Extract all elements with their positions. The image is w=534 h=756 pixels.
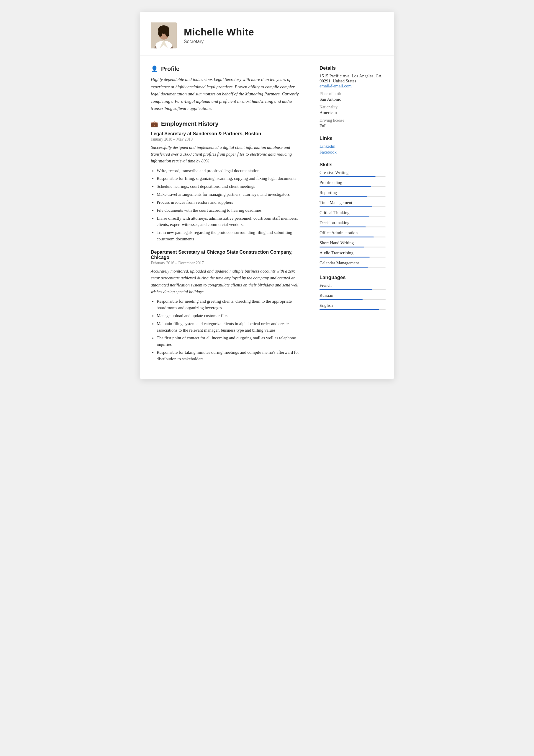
place-of-birth-value: San Antonio	[319, 97, 386, 102]
skill-name: Creative Writing	[319, 170, 386, 175]
skill-bar-fill	[319, 227, 366, 228]
skill-bar-fill	[319, 206, 372, 207]
avatar	[151, 22, 177, 48]
linkedin-link[interactable]: Linkedin	[319, 144, 386, 149]
place-of-birth-label: Place of birth	[319, 92, 386, 96]
skill-bar-bg	[319, 196, 386, 197]
job-title-1: Legal Secretary at Sanderson & Partners,…	[151, 131, 300, 136]
skill-bar-fill	[319, 247, 364, 248]
skill-bar-bg	[319, 176, 386, 177]
skill-item: Reporting	[319, 190, 386, 197]
resume-card: Michelle White Secretary 👤 Profile Highl…	[140, 12, 394, 379]
language-name: French	[319, 283, 386, 288]
skill-name: Office Administration	[319, 230, 386, 235]
details-title: Details	[319, 65, 386, 71]
skill-name: Calendar Management	[319, 260, 386, 265]
list-item: Manage upload and update customer files	[157, 313, 300, 319]
list-item: Make travel arrangements for managing pa…	[157, 191, 300, 198]
skill-item: Critical Thinking	[319, 210, 386, 217]
language-bar-bg	[319, 299, 386, 300]
skill-item: Office Administration	[319, 230, 386, 237]
skill-item: Decision-making	[319, 220, 386, 228]
skill-bar-bg	[319, 227, 386, 228]
language-bar-fill	[319, 289, 372, 290]
links-title: Links	[319, 136, 386, 142]
skill-item: Short Hand Writing	[319, 240, 386, 248]
skill-bar-fill	[319, 196, 367, 197]
skill-bar-bg	[319, 267, 386, 268]
job-bullets-2: Responsible for meeting and greeting cli…	[151, 298, 300, 362]
employment-icon: 💼	[151, 121, 158, 127]
profile-section: 👤 Profile Highly dependable and industri…	[151, 65, 300, 112]
skill-item: Creative Writing	[319, 170, 386, 177]
language-item: French	[319, 283, 386, 290]
skill-item: Proofreading	[319, 180, 386, 187]
job-summary-1: Successfully designed and implemented a …	[151, 144, 300, 165]
list-item: The first point of contact for all incom…	[157, 335, 300, 348]
skill-bar-bg	[319, 216, 386, 217]
list-item: Schedule hearings, court depositions, an…	[157, 183, 300, 190]
job-dates-1: January 2018 – May 2019	[151, 137, 300, 142]
skill-bar-bg	[319, 206, 386, 207]
languages-section: Languages French Russian English	[319, 275, 386, 310]
skill-bar-bg	[319, 236, 386, 237]
languages-title: Languages	[319, 275, 386, 281]
header-info: Michelle White Secretary	[184, 27, 380, 44]
skills-title: Skills	[319, 162, 386, 168]
list-item: Liaise directly with attorneys, administ…	[157, 215, 300, 228]
list-item: Write, record, transcribe and proofread …	[157, 168, 300, 174]
skill-item: Time Management	[319, 200, 386, 207]
svg-point-5	[158, 30, 162, 37]
languages-list: French Russian English	[319, 283, 386, 310]
skill-bar-fill	[319, 176, 375, 177]
skill-name: Critical Thinking	[319, 210, 386, 215]
list-item: Process invoices from vendors and suppli…	[157, 199, 300, 206]
job-block-2: Department Secretary at Chicago State Co…	[151, 250, 300, 362]
list-item: Train new paralegals regarding the proto…	[157, 230, 300, 242]
language-name: Russian	[319, 293, 386, 298]
skill-item: Audio Transcribing	[319, 251, 386, 257]
skill-name: Short Hand Writing	[319, 240, 386, 245]
job-summary-2: Accurately monitored, uploaded and updat…	[151, 268, 300, 295]
job-title-2: Department Secretary at Chicago State Co…	[151, 250, 300, 260]
skills-section: Skills Creative Writing Proofreading Rep…	[319, 162, 386, 268]
skill-bar-fill	[319, 236, 374, 237]
language-bar-fill	[319, 309, 379, 310]
language-name: English	[319, 303, 386, 308]
skill-item: Calendar Management	[319, 260, 386, 268]
skill-bar-bg	[319, 256, 386, 257]
left-column: 👤 Profile Highly dependable and industri…	[140, 56, 311, 379]
svg-point-6	[165, 30, 169, 37]
language-bar-bg	[319, 309, 386, 310]
language-item: Russian	[319, 293, 386, 300]
job-block-1: Legal Secretary at Sanderson & Partners,…	[151, 131, 300, 242]
list-item: Responsible for filing, organizing, scan…	[157, 176, 300, 182]
list-item: File documents with the court according …	[157, 207, 300, 214]
header-section: Michelle White Secretary	[140, 12, 394, 56]
skill-bar-bg	[319, 247, 386, 248]
list-item: Responsible for meeting and greeting cli…	[157, 298, 300, 311]
skill-name: Proofreading	[319, 180, 386, 185]
nationality-value: American	[319, 110, 386, 115]
links-section: Links Linkedin Facebook	[319, 136, 386, 155]
header-title: Secretary	[184, 39, 380, 44]
details-email[interactable]: email@email.com	[319, 84, 386, 89]
employment-section: 💼 Employment History Legal Secretary at …	[151, 121, 300, 362]
job-bullets-1: Write, record, transcribe and proofread …	[151, 168, 300, 242]
skill-bar-fill	[319, 267, 368, 268]
skills-list: Creative Writing Proofreading Reporting …	[319, 170, 386, 268]
skill-name: Reporting	[319, 190, 386, 195]
driving-license-value: Full	[319, 123, 386, 128]
profile-icon: 👤	[151, 65, 158, 72]
nationality-label: Nationality	[319, 105, 386, 110]
facebook-link[interactable]: Facebook	[319, 150, 386, 155]
profile-text: Highly dependable and industrious Legal …	[151, 76, 300, 112]
skill-name: Audio Transcribing	[319, 251, 386, 256]
skill-name: Decision-making	[319, 220, 386, 225]
skill-bar-fill	[319, 216, 369, 217]
right-column: Details 1515 Pacific Ave, Los Angeles, C…	[311, 56, 394, 379]
skill-bar-fill	[319, 256, 370, 257]
language-item: English	[319, 303, 386, 310]
details-address: 1515 Pacific Ave, Los Angeles, CA 90291,…	[319, 73, 386, 84]
skill-bar-fill	[319, 186, 371, 187]
